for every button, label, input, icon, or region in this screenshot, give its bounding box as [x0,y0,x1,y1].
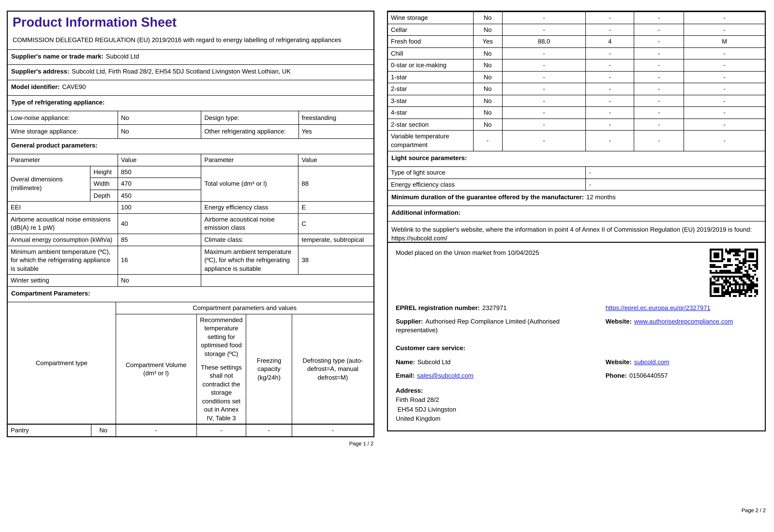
supplier-name-row: Supplier's name or trade mark:Subcold Lt… [8,49,373,65]
compartment-temp: - [586,83,634,95]
compartment-name: 2-star [388,83,473,95]
compartment-name: Fresh food [388,36,473,48]
compartment-row: Wine storage No - - - - [388,12,765,24]
pantry-flag: No [91,424,116,436]
compartment-name: Wine storage [388,12,473,24]
defrosting-type-header: Defrosting type (auto-defrost=A, manual … [292,314,373,424]
recommended-temp-header-note: These settings shall not contradict the … [200,363,243,422]
supplier-name-label: Supplier's name or trade mark: [11,53,104,60]
section-customer-care: Customer care service: [396,344,757,353]
table-row: Energy efficiency class - [388,178,765,190]
compartment-name: 1-star [388,71,473,83]
guarantee-row: Minimum duration of the guarantee offere… [388,190,765,206]
eprel-number: 2327971 [482,304,507,311]
care-email-link[interactable]: sales@subcold.com [417,372,473,379]
weblink-url: https://subcold.com/ [391,235,447,242]
supplier-address-value: Subcold Ltd, Firth Road 28/2, EH54 5DJ S… [72,68,291,75]
address-line: EH54 5DJ Livingston [396,405,757,414]
compartment-row: Cellar No - - - - [388,24,765,36]
section-type-of-appliance: Type of refrigerating appliance: [8,95,373,111]
design-type-label: Design type: [201,111,298,125]
noise-label: Airborne acoustical noise emissions (dB(… [8,213,118,234]
guarantee-label: Minimum duration of the guarantee offere… [391,194,584,201]
supplier-address-label: Supplier's address: [11,68,69,75]
compartment-defrost: - [684,59,765,71]
compartment-freezing: - [634,47,684,59]
compartment-flag: No [473,83,502,95]
weblink-text: Weblink to the supplier's website, where… [391,226,752,233]
compartment-type-header: Compartment type [8,302,116,424]
compartment-freezing: - [634,131,684,151]
table-row: Wine storage appliance: No Other refrige… [8,125,373,138]
compartment-volume: 88,0 [502,36,586,48]
care-email-label: Email: [396,372,415,379]
compartment-temp: - [586,47,634,59]
compartment-temp: - [586,131,634,151]
compartment-freezing: - [634,71,684,83]
annual-energy-label: Annual energy consumption (kWh/a) [8,234,118,246]
supplier-website-link[interactable]: www.authorisedrepcompliance.com [634,318,733,325]
eprel-qr-link[interactable]: https://eprel.ec.europa.eu/qr/2327971 [605,304,710,311]
pantry-defrost: - [292,424,373,436]
compartment-freezing: - [634,12,684,24]
light-class-value: - [586,178,765,190]
compartment-flag: No [473,47,502,59]
care-name-value: Subcold Ltd [417,358,451,365]
model-identifier-label: Model identifier: [11,83,60,90]
compartment-row: 0-star or ice-making No - - - - [388,59,765,71]
compartment-span-header: Compartment parameters and values [116,302,373,314]
compartment-temp: - [586,107,634,119]
pantry-freezing: - [246,424,292,436]
pantry-name: Pantry [8,424,91,436]
address-block: Address: Firth Road 28/2 EH54 5DJ Living… [396,386,757,424]
compartment-temp: - [586,12,634,24]
eprel-registration: EPREL registration number:2327971 [396,304,602,312]
model-identifier-value: CAVE90 [62,83,86,90]
section-general-parameters: General product parameters: [8,138,373,154]
page-2-footer: Page 2 / 2 [387,507,766,514]
compartment-flag: Yes [473,36,502,48]
supplier-label: Supplier: [396,318,423,325]
compartment-freezing: - [634,24,684,36]
compartment-row: 2-star No - - - - [388,83,765,95]
compartment-defrost: - [684,47,765,59]
compartment-volume: - [502,83,586,95]
compartment-defrost: - [684,12,765,24]
regulation-text: COMMISSION DELEGATED REGULATION (EU) 201… [13,36,351,44]
compartment-defrost: - [684,83,765,95]
max-ambient-value: 38 [298,246,373,275]
freezing-capacity-header: Freezing capacity (kg/24h) [246,314,292,424]
low-noise-value: No [118,111,201,125]
low-noise-label: Low-noise appliance: [8,111,118,125]
compartment-volume: - [502,24,586,36]
market-date-text: Model placed on the Union market from 10… [396,249,686,257]
other-appliance-label: Other refrigerating appliance: [201,125,298,138]
other-appliance-value: Yes [298,125,373,138]
compartment-name: Variable temperature compartment [388,131,473,151]
width-label: Width [90,178,118,190]
care-website-link[interactable]: subcold.com [634,358,669,365]
table-header-row: Parameter Value Parameter Value [8,154,373,166]
compartment-name: Chill [388,47,473,59]
compartment-temp: 4 [586,36,634,48]
noise-class-label: Airborne acoustical noise emission class [201,213,298,234]
page-1: Product Information Sheet COMMISSION DEL… [7,11,374,447]
col-header-value-2: Value [298,154,373,166]
eprel-row: EPREL registration number:2327971 https:… [396,304,757,312]
table-row: Low-noise appliance: No Design type: fre… [8,111,373,125]
appliance-type-table: Low-noise appliance: No Design type: fre… [8,111,373,138]
qr-code [710,249,758,297]
supplier-row: Supplier:Authorised Rep Compliance Limit… [396,317,757,334]
noise-value: 40 [118,213,201,234]
compartment-name: 3-star [388,95,473,107]
compartment-volume: - [502,12,586,24]
compartment-header-table: Compartment type Compartment parameters … [8,302,373,436]
compartment-name: 2-star section [388,119,473,131]
compartment-flag: No [473,71,502,83]
supplier-address-row: Supplier's address:Subcold Ltd, Firth Ro… [8,64,373,80]
document-canvas: Product Information Sheet COMMISSION DEL… [0,0,774,532]
guarantee-value: 12 months [586,194,616,201]
compartment-freezing: - [634,83,684,95]
dimensions-label: Overal dimensions (millimetre) [8,166,90,202]
compartment-row: 4-star No - - - - [388,107,765,119]
